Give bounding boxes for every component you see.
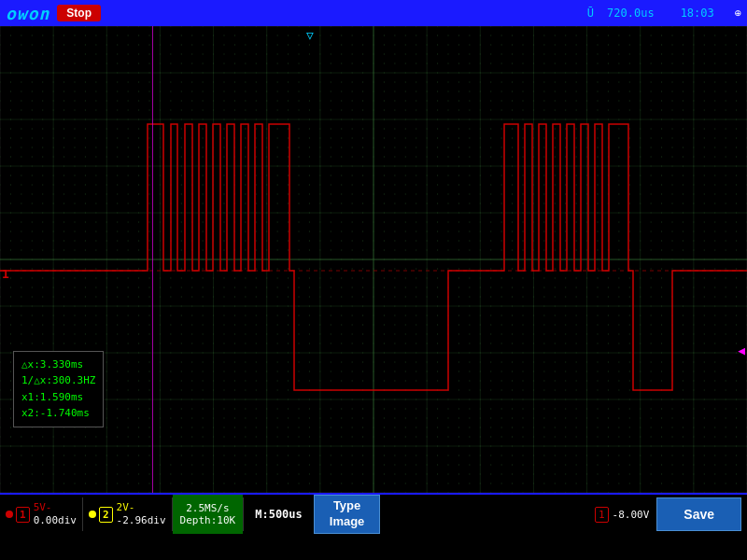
ch1-offset: 0.00div <box>34 514 77 527</box>
top-bar: owon Stop Ū 720.0us 18:03 ⊕ <box>0 0 747 26</box>
meas-x1: x1:1.590ms <box>21 389 95 406</box>
cursor-u-icon: Ū <box>587 7 594 20</box>
trigger-top-marker: ▽ <box>306 28 314 42</box>
measurement-box: △x:3.330ms 1/△x:300.3HZ x1:1.590ms x2:-1… <box>13 351 104 427</box>
waveform-display <box>0 26 747 493</box>
ch2-dot <box>89 511 96 518</box>
clock-display: 18:03 <box>681 7 714 20</box>
ch1-dot <box>6 511 13 518</box>
ch1-scale: 5V- <box>34 501 77 514</box>
type-label-line2: Image <box>330 514 365 530</box>
wifi-icon: ⊕ <box>735 7 741 20</box>
meas-x2: x2:-1.740ms <box>21 405 95 422</box>
cursor-vertical-line <box>152 26 153 493</box>
ch1-label: 1 <box>16 507 30 523</box>
timebase-value: M:500us <box>255 508 303 521</box>
ch2-label: 2 <box>99 507 113 523</box>
trig-level-value: -8.00V <box>613 509 650 521</box>
cursor-time: 720.0us <box>607 7 655 20</box>
top-time-info: Ū 720.0us 18:03 ⊕ <box>587 7 741 20</box>
meas-delta-x: △x:3.330ms <box>21 357 95 373</box>
stop-button[interactable]: Stop <box>57 5 101 21</box>
ch1-ground-marker: 1 <box>2 267 9 281</box>
ch2-info: 2 2V- -2.96div <box>83 495 172 534</box>
ch1-info: 1 5V- 0.00div <box>0 495 82 534</box>
brand-logo: owon <box>6 4 49 23</box>
trig-ch-label: 1 <box>595 507 609 523</box>
acq-depth: Depth:10K <box>180 514 236 526</box>
bottom-bar: 1 5V- 0.00div 2 2V- -2.96div 2.5MS/s Dep… <box>0 493 747 534</box>
save-button[interactable]: Save <box>656 497 741 531</box>
trigger-info: 1 -8.00V <box>587 507 656 523</box>
ch2-scale: 2V- <box>117 501 166 514</box>
ch2-offset: -2.96div <box>117 514 166 527</box>
acquisition-info: 2.5MS/s Depth:10K <box>173 495 244 534</box>
acq-rate: 2.5MS/s <box>186 502 229 514</box>
trigger-level-marker: ◀ <box>738 343 745 357</box>
timebase-display: M:500us <box>244 508 314 521</box>
meas-freq: 1/△x:300.3HZ <box>21 372 95 389</box>
type-image-button[interactable]: Type Image <box>314 495 381 534</box>
type-label-line1: Type <box>333 498 360 514</box>
oscilloscope-screen: ▽ 1 ◀ △x:3.330ms 1/△x:300.3HZ x1:1.590ms… <box>0 26 747 493</box>
